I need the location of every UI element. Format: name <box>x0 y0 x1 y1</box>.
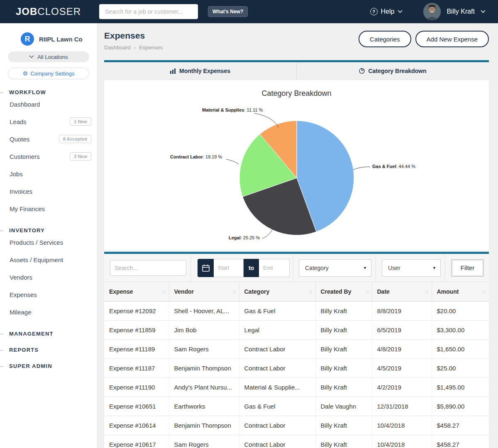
sidebar-item-mileage[interactable]: Mileage <box>0 303 97 321</box>
sidebar-item-leads[interactable]: Leads1 New <box>0 113 97 130</box>
sidebar-nav: WORKFLOWDashboardLeads1 NewQuotes8 Accep… <box>0 89 97 369</box>
category-select-value: Category <box>305 265 329 271</box>
filter-button[interactable]: Filter <box>451 259 484 277</box>
column-header-expense[interactable]: Expense↑↓ <box>104 282 169 301</box>
sidebar-item-label: Expenses <box>10 291 37 298</box>
sidebar-item-expenses[interactable]: Expenses <box>0 286 97 303</box>
amount-cell: $3,300.00 <box>432 320 489 339</box>
categories-button[interactable]: Categories <box>359 31 411 47</box>
vendor-link[interactable]: Benjamin Thompson <box>169 358 239 377</box>
breadcrumb-separator-icon: › <box>134 44 136 51</box>
date-cell: 4/8/2019 <box>372 339 432 358</box>
table-row: Expense #11189Sam RogersContract LaborBi… <box>104 339 489 358</box>
created-by-cell: Billy Kraft <box>315 416 372 435</box>
created-by-cell: Billy Kraft <box>315 435 372 448</box>
sidebar-item-assets-equipment[interactable]: Assets / Equipment <box>0 251 97 268</box>
sort-icon[interactable]: ↑↓ <box>425 289 428 295</box>
sidebar-section-super-admin[interactable]: SUPER ADMIN <box>0 363 97 369</box>
company-settings-button[interactable]: ⚙ Company Settings <box>8 68 89 79</box>
sidebar-section-workflow[interactable]: WORKFLOW <box>0 89 97 95</box>
calendar-icon[interactable] <box>198 259 214 277</box>
category-cell: Contract Labor <box>239 339 315 358</box>
table-row: Expense #10651EarthworksGas & FuelDale V… <box>104 397 489 416</box>
tab-category-breakdown[interactable]: Category Breakdown <box>296 62 489 80</box>
sidebar-item-products-services[interactable]: Products / Services <box>0 234 97 251</box>
company-selector[interactable]: R RIIPL Lawn Co <box>21 32 97 46</box>
sidebar-item-customers[interactable]: Customers3 New <box>0 148 97 165</box>
vendor-link[interactable]: Andy's Plant Nursu... <box>169 377 239 397</box>
column-header-date[interactable]: Date↑↓ <box>372 282 432 301</box>
vendor-link[interactable]: Sam Rogers <box>169 435 239 448</box>
page-title: Expenses <box>104 31 163 41</box>
sort-icon[interactable]: ↑↓ <box>482 289 486 295</box>
add-new-expense-button[interactable]: Add New Expense <box>415 31 489 47</box>
sidebar-item-dashboard[interactable]: Dashboard <box>0 95 97 113</box>
global-search-input[interactable] <box>99 4 198 19</box>
expense-link[interactable]: Expense #11859 <box>104 320 169 339</box>
expense-link[interactable]: Expense #11189 <box>104 339 169 358</box>
sort-icon[interactable]: ↑↓ <box>162 289 166 295</box>
table-row: Expense #10617Sam RogersContract LaborBi… <box>104 435 489 448</box>
expense-link[interactable]: Expense #11190 <box>104 377 169 397</box>
caret-down-icon: ▼ <box>363 266 367 270</box>
sidebar-item-quotes[interactable]: Quotes8 Accepted <box>0 130 97 148</box>
expense-link[interactable]: Expense #10614 <box>104 416 169 435</box>
sort-icon[interactable]: ↑↓ <box>365 289 369 295</box>
sidebar-item-vendors[interactable]: Vendors <box>0 268 97 286</box>
amount-cell: $458.27 <box>432 435 489 448</box>
sidebar-section-inventory[interactable]: INVENTORY <box>0 227 97 234</box>
caret-down-icon: ▼ <box>432 266 436 270</box>
chevron-down-icon[interactable] <box>481 10 486 13</box>
amount-cell: $458.27 <box>432 416 489 435</box>
vendor-link[interactable]: Shell - Hoover, AL... <box>169 301 239 320</box>
column-header-vendor[interactable]: Vendor↑↓ <box>169 282 239 301</box>
sidebar-item-invoices[interactable]: Invoices <box>0 183 97 200</box>
main-content: Expenses Dashboard › Expenses Categories… <box>98 23 498 448</box>
locations-dropdown[interactable]: All Locations <box>8 51 89 62</box>
tab-monthly-expenses[interactable]: Monthly Expenses <box>104 62 296 80</box>
pie-label-gas-fuel: Gas & Fuel: 44.44 % <box>372 164 415 169</box>
created-by-cell: Billy Kraft <box>315 320 372 339</box>
sidebar-item-jobs[interactable]: Jobs <box>0 165 97 183</box>
pie-chart: Category Breakdown Gas & Fuel: 44.44 %Le… <box>104 80 489 250</box>
vendor-link[interactable]: Benjamin Thompson <box>169 416 239 435</box>
company-logo: R <box>21 32 34 46</box>
category-cell: Material & Supplie... <box>239 377 315 397</box>
expenses-table-card: to Category ▼ User ▼ <box>104 252 489 448</box>
column-header-created-by[interactable]: Created By↑↓ <box>315 282 372 301</box>
expense-link[interactable]: Expense #12092 <box>104 301 169 320</box>
table-search-input[interactable] <box>110 260 186 276</box>
created-by-cell: Billy Kraft <box>315 339 372 358</box>
created-by-cell: Dale Vaughn <box>315 397 372 416</box>
user-select[interactable]: User ▼ <box>382 259 441 277</box>
vendor-link[interactable]: Jim Bob <box>169 320 239 339</box>
date-start-input[interactable] <box>214 259 244 277</box>
whats-new-button[interactable]: What's New? <box>208 6 248 17</box>
sidebar-item-label: Products / Services <box>10 239 63 246</box>
company-name: RIIPL Lawn Co <box>39 36 83 43</box>
breadcrumb-dashboard[interactable]: Dashboard <box>104 44 131 51</box>
vendor-link[interactable]: Earthworks <box>169 397 239 416</box>
app-logo[interactable]: JOBCLOSER <box>16 6 81 17</box>
column-header-amount[interactable]: Amount↑↓ <box>432 282 489 301</box>
user-avatar[interactable] <box>423 3 441 20</box>
sidebar-item-label: My Finances <box>10 205 45 212</box>
vendor-link[interactable]: Sam Rogers <box>169 339 239 358</box>
sidebar-section-management[interactable]: MANAGEMENT <box>0 331 97 337</box>
breadcrumb: Dashboard › Expenses <box>104 44 163 51</box>
date-end-input[interactable] <box>259 259 290 277</box>
expense-link[interactable]: Expense #10617 <box>104 435 169 448</box>
user-menu[interactable]: Billy Kraft <box>447 8 475 15</box>
sidebar-item-my-finances[interactable]: My Finances <box>0 200 97 217</box>
sort-icon[interactable]: ↑↓ <box>232 289 236 295</box>
pie-label-legal: Legal: 25.25 % <box>229 235 260 240</box>
sidebar-section-reports[interactable]: REPORTS <box>0 347 97 353</box>
column-header-category[interactable]: Category↑↓ <box>239 282 315 301</box>
category-select[interactable]: Category ▼ <box>299 259 371 277</box>
expense-link[interactable]: Expense #11187 <box>104 358 169 377</box>
category-cell: Contract Labor <box>239 358 315 377</box>
expense-link[interactable]: Expense #10651 <box>104 397 169 416</box>
date-cell: 4/5/2019 <box>372 358 432 377</box>
sort-icon[interactable]: ↑↓ <box>309 289 312 295</box>
help-menu[interactable]: ? Help <box>370 8 403 15</box>
